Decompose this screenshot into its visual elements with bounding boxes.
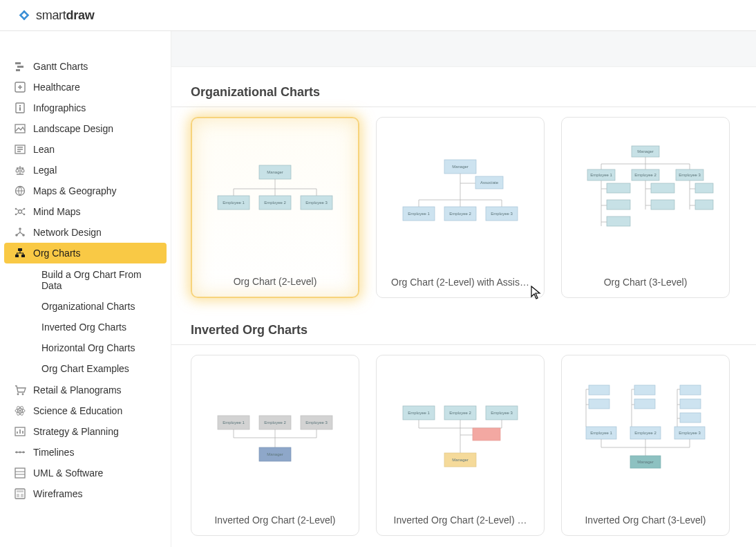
svg-rect-34: [17, 494, 19, 497]
svg-text:Employee 3: Employee 3: [679, 431, 701, 435]
svg-point-22: [22, 393, 24, 396]
globe-icon: [14, 185, 26, 197]
svg-rect-92: [680, 413, 701, 423]
sidebar-item-gantt[interactable]: Gantt Charts: [4, 56, 167, 77]
cart-icon: [14, 384, 26, 396]
sidebar-item-mind[interactable]: Mind Maps: [4, 201, 167, 222]
svg-rect-35: [21, 494, 23, 497]
template-card-label: Org Chart (2-Level) with Assis…: [386, 270, 534, 288]
sidebar-item-label: Science & Education: [33, 405, 122, 416]
svg-point-15: [19, 228, 21, 230]
app-header: smartdraw: [0, 0, 756, 31]
svg-text:Employee 1: Employee 1: [223, 420, 245, 425]
svg-rect-62: [607, 183, 630, 193]
template-row: Manager Employee 1 Employee 2 Employee 3…: [171, 117, 756, 312]
svg-point-5: [19, 105, 21, 106]
svg-text:Employee 2: Employee 2: [449, 212, 471, 216]
sidebar-item-lean[interactable]: Lean: [4, 139, 167, 160]
sidebar-item-network[interactable]: Network Design: [4, 222, 167, 243]
sidebar-item-cart[interactable]: Retail & Planograms: [4, 380, 167, 400]
plus-icon: [14, 81, 26, 93]
svg-rect-68: [695, 200, 713, 210]
sidebar-item-label: Org Charts: [33, 248, 80, 259]
sidebar-item-label: Mind Maps: [33, 206, 80, 217]
svg-text:Employee 1: Employee 1: [590, 431, 612, 435]
svg-rect-6: [19, 107, 21, 111]
svg-rect-1: [17, 66, 23, 68]
template-card[interactable]: Manager Associate Employee 1 Employee 2 …: [376, 117, 545, 298]
template-card-label: Inverted Org Chart (3-Level): [571, 508, 719, 526]
svg-text:Employee 1: Employee 1: [590, 173, 612, 177]
svg-text:Employee 3: Employee 3: [679, 173, 701, 177]
sidebar-item-wire[interactable]: Wireframes: [4, 483, 167, 504]
logo-text: smartdraw: [36, 8, 94, 23]
sidebar-item-label: Gantt Charts: [33, 61, 88, 72]
template-card[interactable]: Manager Employee 1 Employee 2 Employee 3…: [561, 117, 730, 298]
sidebar-item-label: Maps & Geography: [33, 185, 117, 196]
sidebar-item-atom[interactable]: Science & Education: [4, 400, 167, 421]
sidebar-item-scales[interactable]: Legal: [4, 160, 167, 180]
sidebar-item-label: Retail & Planograms: [33, 384, 122, 396]
svg-text:Manager: Manager: [452, 458, 469, 462]
logo-icon: [17, 8, 32, 23]
template-thumbnail: Manager Associate Employee 1 Employee 2 …: [386, 127, 534, 270]
template-thumbnail: Manager Employee 1 Employee 2 Employee 3: [571, 127, 719, 270]
template-thumbnail: Employee 1 Employee 2 Employee 3 Manager: [571, 365, 719, 508]
landscape-icon: [14, 122, 26, 135]
svg-point-30: [23, 452, 25, 454]
sidebar-item-label: Infographics: [33, 102, 86, 113]
template-card-label: Inverted Org Chart (2-Level) …: [386, 508, 534, 526]
sidebar-item-label: Timelines: [33, 447, 74, 458]
sidebar-item-timeline[interactable]: Timelines: [4, 442, 167, 463]
template-card-label: Inverted Org Chart (2-Level): [201, 508, 349, 526]
svg-rect-18: [18, 248, 22, 251]
sidebar-item-info[interactable]: Infographics: [4, 98, 167, 118]
svg-rect-20: [21, 254, 25, 257]
svg-text:Employee 2: Employee 2: [449, 411, 471, 415]
sidebar-item-label: Healthcare: [33, 82, 80, 93]
sidebar-subitem[interactable]: Build a Org Chart From Data: [4, 265, 167, 295]
sidebar-subitem[interactable]: Org Chart Examples: [4, 359, 167, 378]
template-thumbnail: Manager Employee 1 Employee 2 Employee 3: [202, 128, 348, 269]
sidebar-item-globe[interactable]: Maps & Geography: [4, 180, 167, 201]
scales-icon: [14, 164, 26, 176]
sidebar-item-label: UML & Software: [33, 467, 103, 479]
svg-text:Employee 3: Employee 3: [305, 420, 328, 425]
svg-rect-91: [680, 399, 701, 409]
section-title: Organizational Charts: [171, 74, 756, 107]
svg-text:Employee 2: Employee 2: [264, 201, 286, 205]
sidebar-item-label: Legal: [33, 165, 57, 176]
sidebar-item-org[interactable]: Org Charts: [4, 243, 167, 263]
svg-text:Manager: Manager: [267, 170, 283, 174]
toolbar-strip: [171, 31, 756, 67]
svg-text:Employee 1: Employee 1: [408, 411, 430, 415]
brand-logo[interactable]: smartdraw: [17, 8, 94, 23]
svg-rect-66: [651, 200, 674, 210]
sidebar-item-plus[interactable]: Healthcare: [4, 77, 167, 98]
gantt-icon: [14, 60, 26, 73]
sidebar-item-strategy[interactable]: Strategy & Planning: [4, 421, 167, 442]
template-card[interactable]: Employee 1 Employee 2 Employee 3 Manager…: [191, 355, 359, 536]
sidebar-subitem[interactable]: Horizontal Org Charts: [4, 338, 167, 358]
template-thumbnail: Employee 1 Employee 2 Employee 3 Manager: [386, 365, 534, 508]
svg-point-21: [17, 393, 19, 396]
template-card[interactable]: Manager Employee 1 Employee 2 Employee 3…: [191, 117, 359, 298]
sidebar-subitem[interactable]: Inverted Org Charts: [4, 317, 167, 337]
svg-rect-33: [17, 490, 23, 492]
sidebar-subitem[interactable]: Organizational Charts: [4, 297, 167, 316]
svg-text:Manager: Manager: [452, 165, 469, 169]
template-card[interactable]: Employee 1 Employee 2 Employee 3 Manager…: [561, 355, 730, 536]
svg-text:Employee 2: Employee 2: [634, 431, 656, 435]
sidebar-item-landscape[interactable]: Landscape Design: [4, 118, 167, 139]
svg-point-10: [19, 210, 22, 214]
svg-text:Employee 2: Employee 2: [634, 173, 656, 177]
uml-icon: [14, 467, 26, 479]
sidebar: Gantt ChartsHealthcareInfographicsLandsc…: [0, 31, 171, 547]
svg-point-28: [16, 452, 18, 454]
info-icon: [14, 102, 26, 114]
timeline-icon: [14, 446, 26, 458]
sidebar-item-uml[interactable]: UML & Software: [4, 463, 167, 483]
template-card[interactable]: Employee 1 Employee 2 Employee 3 Manager…: [376, 355, 545, 536]
svg-text:Manager: Manager: [637, 149, 654, 154]
svg-point-23: [19, 410, 21, 412]
